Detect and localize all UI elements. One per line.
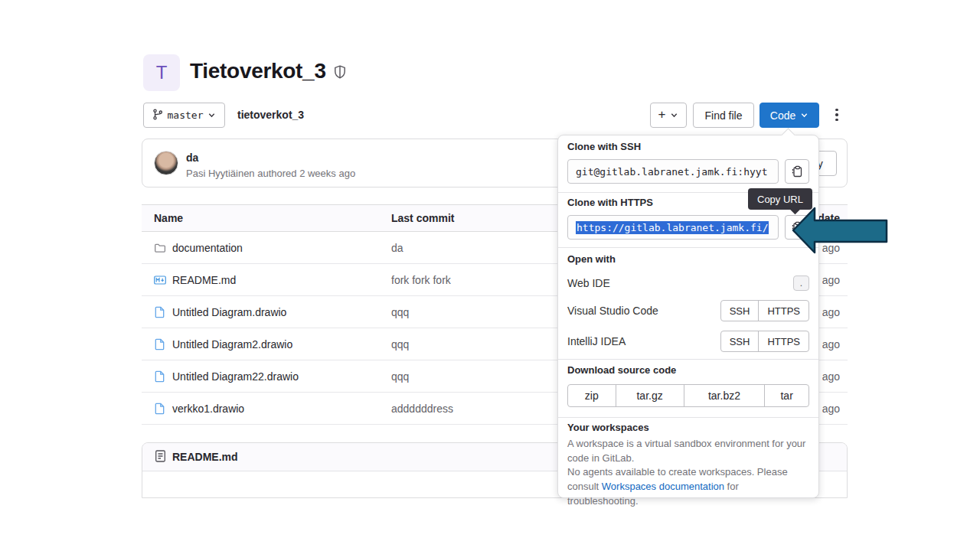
download-tar-button[interactable]: tar — [765, 385, 808, 406]
download-format-group: zip tar.gz tar.bz2 tar — [567, 384, 809, 407]
open-with-label: Open with — [567, 253, 809, 265]
branch-name: master — [168, 109, 204, 121]
add-file-button[interactable]: + — [650, 103, 687, 128]
intellij-ssh-button[interactable]: SSH — [721, 331, 760, 351]
download-source-label: Download source code — [567, 364, 809, 376]
https-url-field[interactable]: https://gitlab.labranet.jamk.fi/ — [567, 215, 779, 240]
project-avatar: T — [143, 54, 180, 91]
workspaces-title: Your workspaces — [567, 422, 809, 433]
folder-icon — [154, 242, 166, 254]
page-title: Tietoverkot_3 — [190, 59, 326, 83]
workspaces-description: A workspace is a virtual sandbox environ… — [567, 437, 809, 466]
file-name[interactable]: verkko1.drawio — [172, 403, 244, 415]
copy-ssh-url-button[interactable] — [785, 159, 809, 184]
ssh-url-field[interactable]: git@gitlab.labranet.jamk.fi:hyyt — [567, 159, 779, 184]
vscode-label: Visual Studio Code — [567, 305, 658, 317]
workspaces-documentation-link[interactable]: Workspaces documentation — [602, 481, 724, 492]
readme-title: README.md — [172, 451, 238, 463]
file-name[interactable]: Untitled Diagram2.drawio — [172, 338, 292, 350]
clone-ssh-label: Clone with SSH — [567, 141, 809, 152]
more-actions-button[interactable] — [831, 107, 842, 122]
code-button[interactable]: Code — [760, 103, 819, 128]
column-header-name: Name — [142, 212, 391, 224]
file-name[interactable]: Untitled Diagram.drawio — [172, 306, 286, 318]
copy-url-tooltip: Copy URL — [748, 188, 812, 210]
gitlab-repo-page: T Tietoverkot_3 master tietoverkot_3 + F… — [0, 0, 980, 551]
markdown-icon — [154, 274, 166, 286]
plus-icon: + — [658, 107, 666, 122]
branch-selector[interactable]: master — [143, 103, 225, 128]
vscode-ssh-button[interactable]: SSH — [721, 301, 760, 321]
chevron-down-icon — [670, 109, 678, 122]
document-icon — [155, 450, 166, 465]
chevron-down-icon — [207, 109, 216, 122]
vscode-protocol-group: SSH HTTPS — [720, 300, 809, 321]
file-icon — [154, 306, 166, 318]
file-icon — [154, 370, 166, 383]
workspaces-note: No agents available to create workspaces… — [567, 465, 809, 509]
vscode-https-button[interactable]: HTTPS — [759, 301, 808, 321]
chevron-down-icon — [800, 109, 808, 122]
find-file-button[interactable]: Find file — [693, 103, 754, 128]
intellij-label: IntelliJ IDEA — [567, 335, 626, 347]
selected-url-text: https://gitlab.labranet.jamk.fi/ — [576, 221, 769, 234]
web-ide-link[interactable]: Web IDE — [567, 277, 610, 289]
file-icon — [154, 403, 166, 415]
copy-https-url-button[interactable] — [785, 215, 809, 240]
file-name[interactable]: documentation — [172, 242, 243, 254]
download-zip-button[interactable]: zip — [568, 385, 616, 406]
shield-icon[interactable] — [334, 65, 346, 82]
download-tarbz2-button[interactable]: tar.bz2 — [684, 385, 766, 406]
branch-icon — [152, 109, 163, 122]
intellij-https-button[interactable]: HTTPS — [759, 331, 808, 351]
commit-message[interactable]: da — [186, 152, 198, 164]
commit-author-avatar[interactable] — [154, 151, 178, 175]
file-name[interactable]: README.md — [172, 274, 236, 286]
file-name[interactable]: Untitled Diagram22.drawio — [172, 370, 299, 383]
commit-byline: Pasi Hyytiäinen authored 2 weeks ago — [186, 168, 355, 179]
web-ide-shortcut-badge: . — [793, 276, 809, 291]
code-button-label: Code — [770, 109, 795, 122]
download-targz-button[interactable]: tar.gz — [616, 385, 684, 406]
file-icon — [154, 338, 166, 350]
intellij-protocol-group: SSH HTTPS — [720, 331, 809, 352]
breadcrumb[interactable]: tietoverkot_3 — [237, 109, 304, 121]
